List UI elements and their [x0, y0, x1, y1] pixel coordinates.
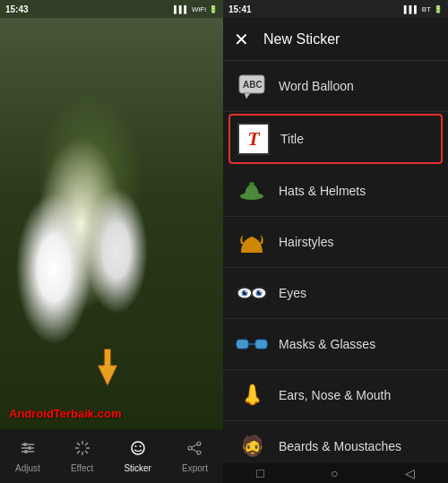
- sticker-icon: [130, 440, 146, 461]
- title-thumb: T: [237, 123, 270, 155]
- sticker-item-title[interactable]: T Title: [228, 114, 443, 164]
- effect-label: Effect: [71, 463, 93, 473]
- bottom-toolbar: Adjust Effect: [0, 429, 223, 483]
- sticker-item-word-balloon[interactable]: ABC Word Balloon: [223, 61, 448, 112]
- arrow-indicator: [90, 345, 125, 393]
- right-status-time: 15:41: [228, 4, 252, 14]
- battery-icon-left: 🔋: [209, 5, 218, 13]
- hats-label: Hats & Helmets: [279, 184, 366, 198]
- word-balloon-label: Word Balloon: [279, 79, 354, 93]
- hairstyles-thumb: [236, 226, 268, 258]
- toolbar-adjust[interactable]: Adjust: [15, 440, 40, 473]
- title-label: Title: [280, 132, 304, 146]
- hairstyles-label: Hairstyles: [279, 235, 333, 249]
- svg-point-17: [139, 445, 141, 447]
- right-nav-bar: □ ○ ◁: [223, 463, 448, 483]
- wifi-icon: WiFi: [192, 5, 206, 13]
- effect-icon: [74, 440, 90, 461]
- sticker-item-masks[interactable]: Masks & Glasses: [223, 319, 448, 370]
- toolbar-export[interactable]: Export: [182, 440, 208, 473]
- svg-marker-0: [98, 349, 117, 386]
- panel-header: ✕ New Sticker: [223, 18, 448, 61]
- sticker-item-ears[interactable]: 👃 Ears, Nose & Mouth: [223, 370, 448, 421]
- signal-icon: ▌▌▌: [174, 5, 189, 13]
- ears-thumb: 👃: [236, 379, 268, 411]
- svg-rect-37: [255, 340, 267, 349]
- svg-marker-25: [245, 93, 250, 99]
- svg-point-5: [28, 446, 31, 450]
- svg-point-4: [23, 443, 27, 446]
- export-icon: [186, 440, 202, 461]
- sticker-item-eyes[interactable]: Eyes: [223, 268, 448, 319]
- svg-line-13: [85, 443, 88, 445]
- svg-point-35: [260, 291, 262, 293]
- sticker-item-hats[interactable]: Hats & Helmets: [223, 166, 448, 217]
- sticker-label: Sticker: [124, 463, 151, 473]
- sticker-list: ABC Word Balloon T Title Hats & Helm: [223, 61, 448, 463]
- right-status-bar: 15:41 ▌▌▌ BT 🔋: [223, 0, 448, 18]
- svg-line-12: [85, 451, 88, 453]
- svg-line-21: [192, 444, 197, 447]
- close-button[interactable]: ✕: [234, 30, 249, 48]
- left-status-icons: ▌▌▌ WiFi 🔋: [174, 5, 218, 13]
- svg-point-16: [134, 445, 136, 447]
- sticker-item-hairstyles[interactable]: Hairstyles: [223, 217, 448, 268]
- ears-label: Ears, Nose & Mouth: [279, 388, 391, 402]
- adjust-icon: [20, 440, 36, 461]
- svg-line-22: [192, 449, 197, 452]
- beards-label: Beards & Moustaches: [279, 439, 401, 453]
- nav-back-btn[interactable]: ○: [331, 466, 338, 480]
- left-status-bar: 15:43 ▌▌▌ WiFi 🔋: [0, 0, 223, 18]
- svg-line-14: [77, 451, 80, 453]
- nav-recent-btn[interactable]: ◁: [405, 466, 415, 480]
- right-panel: 15:41 ▌▌▌ BT 🔋 ✕ New Sticker ABC Word Ba…: [223, 0, 448, 483]
- svg-text:ABC: ABC: [243, 80, 263, 90]
- right-battery-icon: 🔋: [434, 5, 443, 13]
- svg-point-19: [197, 451, 201, 454]
- eyes-thumb: [236, 277, 268, 309]
- right-signal-icon: ▌▌▌: [404, 5, 419, 13]
- toolbar-sticker[interactable]: Sticker: [124, 440, 151, 473]
- left-status-time: 15:43: [5, 4, 29, 14]
- svg-rect-36: [237, 340, 248, 349]
- export-label: Export: [182, 463, 208, 473]
- svg-point-31: [246, 291, 247, 293]
- masks-thumb: [236, 328, 268, 360]
- svg-line-11: [77, 443, 80, 445]
- right-bt-icon: BT: [422, 5, 431, 13]
- right-status-icons: ▌▌▌ BT 🔋: [404, 5, 443, 13]
- adjust-label: Adjust: [15, 463, 40, 473]
- panel-title: New Sticker: [263, 31, 340, 47]
- word-balloon-thumb: ABC: [236, 70, 268, 102]
- nav-home-btn[interactable]: □: [256, 466, 263, 480]
- masks-label: Masks & Glasses: [279, 337, 375, 351]
- hats-thumb: [236, 175, 268, 207]
- svg-point-6: [24, 450, 28, 453]
- sticker-item-beards[interactable]: 🧔 Beards & Moustaches: [223, 421, 448, 463]
- beards-thumb: 🧔: [236, 430, 268, 462]
- svg-point-18: [197, 442, 201, 445]
- watermark: AndroidTerbaik.com: [9, 407, 121, 420]
- toolbar-effect[interactable]: Effect: [71, 440, 93, 473]
- svg-point-20: [188, 446, 192, 450]
- svg-point-27: [249, 182, 254, 185]
- eyes-label: Eyes: [279, 286, 306, 300]
- svg-point-15: [132, 442, 144, 454]
- left-panel: 15:43 ▌▌▌ WiFi 🔋 AndroidTerbaik.com: [0, 0, 223, 483]
